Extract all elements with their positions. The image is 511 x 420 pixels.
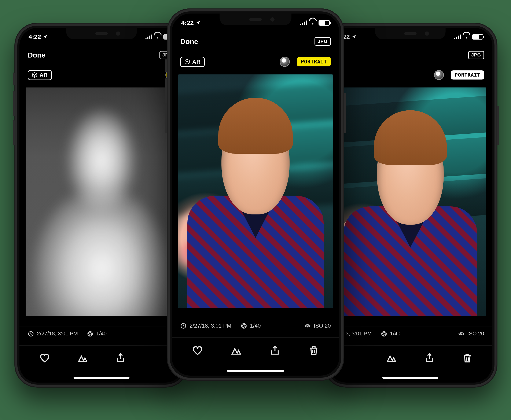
svg-point-1: [88, 331, 92, 336]
clock-icon: [28, 330, 34, 337]
svg-point-7: [307, 325, 308, 327]
location-arrow-icon: [196, 19, 201, 26]
notch: [219, 14, 292, 25]
filters-button[interactable]: [385, 352, 398, 364]
mode-bar: AR PORTRAIT: [172, 53, 339, 70]
filters-button[interactable]: [76, 352, 89, 364]
wifi-icon: [155, 34, 161, 39]
share-icon: [115, 352, 126, 363]
meta-shutter: 1/40: [250, 322, 261, 329]
trash-icon: [462, 352, 473, 363]
nav-bar: Done JPG: [328, 46, 492, 64]
battery-icon: [319, 20, 330, 26]
meta-timestamp: 2/27/18, 3:01 PM: [37, 330, 78, 337]
eye-icon: [458, 330, 464, 337]
share-icon: [424, 352, 435, 363]
battery-icon: [472, 34, 483, 39]
mountains-icon: [231, 345, 242, 356]
format-badge[interactable]: JPG: [315, 37, 331, 46]
cellular-signal-icon: [145, 34, 152, 39]
ar-label: AR: [192, 59, 201, 65]
meta-timestamp: 3, 3:01 PM: [346, 330, 372, 337]
delete-button[interactable]: [307, 344, 320, 357]
share-button[interactable]: [114, 352, 127, 364]
mode-bar: AR PORTRAIT: [328, 67, 492, 83]
heart-icon: [192, 345, 203, 356]
wifi-icon: [463, 34, 470, 39]
meta-iso: ISO 20: [314, 322, 331, 329]
done-button[interactable]: Done: [180, 38, 198, 46]
mode-bar: AR: [19, 67, 184, 83]
aperture-icon: [87, 330, 93, 337]
svg-point-4: [460, 333, 462, 334]
mountains-icon: [386, 352, 397, 363]
aperture-dot-icon[interactable]: [280, 57, 290, 67]
heart-icon: [39, 352, 50, 363]
aperture-icon: [381, 330, 387, 337]
home-indicator[interactable]: [383, 377, 438, 379]
ar-button[interactable]: AR: [28, 70, 52, 80]
photo-depthmap[interactable]: [26, 87, 177, 316]
portrait-pill[interactable]: PORTRAIT: [451, 70, 484, 80]
cellular-signal-icon: [300, 21, 307, 25]
ar-label: AR: [39, 72, 48, 78]
meta-shutter: 1/40: [96, 330, 107, 337]
clock-icon: [180, 323, 187, 329]
toolbar: [328, 345, 492, 370]
mountains-icon: [77, 352, 88, 363]
home-indicator[interactable]: [227, 370, 284, 372]
photo-portrait[interactable]: [178, 75, 333, 308]
location-arrow-icon: [43, 33, 48, 40]
meta-shutter: 1/40: [390, 330, 401, 337]
notch: [66, 28, 137, 39]
location-arrow-icon: [352, 33, 357, 40]
meta-bar: 3, 3:01 PM 1/40 ISO 20: [328, 326, 492, 341]
ar-button[interactable]: AR: [180, 57, 205, 67]
cellular-signal-icon: [454, 34, 461, 39]
toolbar: [172, 338, 339, 363]
filters-button[interactable]: [230, 344, 243, 357]
phone-right: 4:22 Done JPG AR: [323, 23, 497, 388]
done-button[interactable]: Done: [28, 51, 45, 59]
meta-timestamp: 2/27/18, 3:01 PM: [189, 322, 231, 329]
meta-iso: ISO 20: [467, 330, 484, 337]
eye-icon: [304, 323, 311, 329]
toolbar: [19, 345, 184, 370]
svg-point-6: [241, 323, 246, 328]
cube-3d-icon: [32, 72, 38, 78]
favorite-button[interactable]: [191, 344, 204, 357]
wifi-icon: [310, 21, 316, 25]
home-indicator[interactable]: [74, 377, 130, 379]
nav-bar: Done JPG: [172, 32, 339, 51]
favorite-button[interactable]: [38, 352, 51, 364]
status-time: 4:22: [29, 33, 41, 40]
svg-point-3: [382, 331, 386, 336]
status-time: 4:22: [181, 19, 194, 26]
phone-center: 4:22 Done JPG AR: [167, 8, 344, 381]
format-badge[interactable]: JPG: [468, 51, 484, 59]
notch: [375, 28, 445, 39]
nav-bar: Done JPG: [19, 46, 184, 64]
aperture-icon: [241, 323, 247, 329]
trash-icon: [308, 345, 319, 356]
meta-bar: 2/27/18, 3:01 PM 1/40: [19, 326, 184, 341]
cube-3d-icon: [184, 59, 190, 65]
delete-button[interactable]: [461, 352, 473, 364]
share-button[interactable]: [423, 352, 436, 364]
share-button[interactable]: [269, 344, 281, 357]
aperture-dot-icon[interactable]: [434, 70, 444, 80]
meta-bar: 2/27/18, 3:01 PM 1/40 ISO 20: [172, 318, 339, 333]
portrait-pill[interactable]: PORTRAIT: [297, 57, 331, 66]
share-icon: [270, 345, 280, 356]
phone-left: 4:22 Done JPG AR: [14, 23, 188, 388]
photo-original[interactable]: [334, 87, 486, 316]
